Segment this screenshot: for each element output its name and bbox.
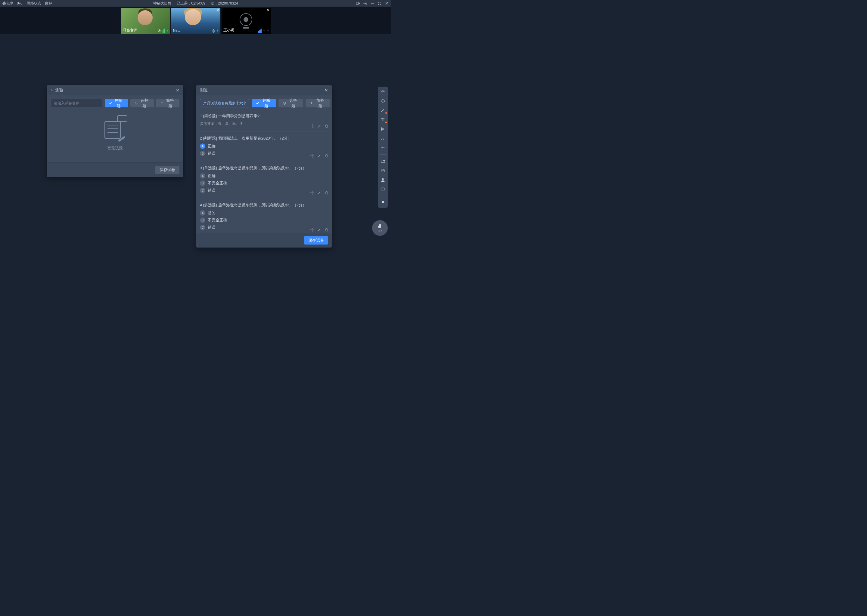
pointer-tool[interactable] xyxy=(380,89,386,94)
add-short-button[interactable]: 简答题 xyxy=(156,99,180,107)
hand-icon xyxy=(377,223,383,229)
judge-icon xyxy=(109,101,112,105)
option-text: 不完全正确 xyxy=(208,181,227,186)
empty-illustration-icon xyxy=(101,115,129,141)
svg-rect-5 xyxy=(167,30,168,31)
question-option[interactable]: A正确 xyxy=(200,173,330,179)
question-option[interactable]: B不完全正确 xyxy=(200,217,330,223)
close-button[interactable]: ✕ xyxy=(176,88,180,93)
save-quiz-button[interactable]: 保存试卷 xyxy=(155,166,180,174)
delete-icon[interactable] xyxy=(325,228,329,232)
record-icon[interactable] xyxy=(356,1,360,5)
close-icon[interactable]: ✕ xyxy=(267,8,270,13)
id-label: ID： xyxy=(211,1,218,5)
question-title: 4 [多选题] 施华洛世奇是反华品牌，所以梁鼎琪反华。（2分） xyxy=(200,203,330,208)
move-icon[interactable] xyxy=(310,228,314,232)
move-icon[interactable] xyxy=(310,154,314,158)
duration-label: 已上课： xyxy=(177,1,191,5)
question-title: 2 [判断题] 我国宪法上一次更新是在2020年。（2分） xyxy=(200,136,330,141)
save-quiz-button[interactable]: 保存试卷 xyxy=(304,236,328,245)
option-badge: B xyxy=(200,151,205,156)
svg-rect-8 xyxy=(217,30,218,31)
empty-state: 暂无试题 xyxy=(50,115,180,151)
add-judge-button[interactable]: 判断题 xyxy=(252,99,276,107)
mic-icon xyxy=(166,28,169,33)
panel-title: 测验 xyxy=(55,88,63,93)
chat-tool[interactable] xyxy=(380,187,386,192)
question-option[interactable]: A正确 xyxy=(200,143,330,149)
option-text: 错误 xyxy=(208,225,216,230)
video-tile-student-2[interactable]: ✕ 王小明 xyxy=(222,8,271,34)
hand-raise-badge[interactable]: 0/2 xyxy=(372,220,388,236)
move-tool[interactable] xyxy=(380,98,386,104)
duration-value: 02:34:09 xyxy=(191,1,205,5)
video-tile-student-1[interactable]: ✕ Nina xyxy=(171,8,221,34)
mic-icon xyxy=(216,28,219,33)
question-item: 4 [多选题] 施华洛世奇是反华品牌，所以梁鼎琪反华。（2分）A是的B不完全正确… xyxy=(200,198,330,233)
minimize-icon[interactable] xyxy=(370,1,375,5)
close-icon[interactable] xyxy=(385,1,389,5)
option-badge: A xyxy=(200,173,205,179)
svg-rect-10 xyxy=(267,30,268,31)
laser-tool[interactable] xyxy=(380,145,386,150)
close-button[interactable]: ✕ xyxy=(325,88,328,93)
video-name: 王小明 xyxy=(223,28,234,33)
pen-tool[interactable] xyxy=(380,108,386,113)
svg-point-15 xyxy=(382,147,383,148)
text-icon xyxy=(310,101,313,105)
edit-icon[interactable] xyxy=(317,154,322,158)
edit-icon[interactable] xyxy=(317,191,322,195)
fullscreen-icon[interactable] xyxy=(377,1,382,5)
user-tool[interactable] xyxy=(380,177,386,182)
text-icon xyxy=(161,101,164,105)
quiz-name-input[interactable] xyxy=(50,99,102,107)
delete-icon[interactable] xyxy=(325,124,329,128)
add-judge-button[interactable]: 判断题 xyxy=(105,99,128,107)
move-icon[interactable] xyxy=(310,191,314,195)
toolbox-tool[interactable] xyxy=(380,168,386,173)
edit-icon[interactable] xyxy=(317,228,322,232)
eraser-tool[interactable] xyxy=(380,136,386,141)
folder-tool[interactable] xyxy=(380,159,386,164)
option-badge: B xyxy=(200,181,205,186)
mic-icon xyxy=(266,28,270,33)
add-short-button[interactable]: 简答题 xyxy=(306,99,330,107)
scissors-tool[interactable] xyxy=(380,126,386,132)
delete-icon[interactable] xyxy=(325,191,329,195)
back-button[interactable] xyxy=(50,88,54,92)
settings-icon[interactable] xyxy=(363,1,367,5)
judge-icon xyxy=(256,101,259,105)
quiz-panel-empty: 测验 ✕ 判断题 选择题 简答题 暂无试题 xyxy=(47,85,183,177)
choice-icon xyxy=(134,101,137,105)
svg-point-1 xyxy=(364,3,366,4)
question-option[interactable]: A是的 xyxy=(200,210,330,216)
quiz-name-input[interactable] xyxy=(200,99,249,107)
bell-tool[interactable] xyxy=(380,200,386,206)
question-title: 1 [简答题] 一年四季分别是哪四季? xyxy=(200,113,330,119)
add-choice-button[interactable]: 选择题 xyxy=(130,99,153,107)
mic-muted-icon xyxy=(263,28,265,33)
question-option[interactable]: B不完全正确 xyxy=(200,181,330,186)
chevron-left-icon xyxy=(50,88,54,91)
option-text: 正确 xyxy=(208,143,216,149)
video-name: 叮当老师 xyxy=(123,28,137,33)
svg-point-20 xyxy=(383,189,383,189)
question-title: 3 [单选题] 施华洛世奇是反华品牌，所以梁鼎琪反华。（2分） xyxy=(200,165,330,171)
close-icon[interactable]: ✕ xyxy=(216,8,219,13)
hand-count: 0/2 xyxy=(378,229,382,233)
video-name: Nina xyxy=(173,28,181,33)
net-value: 良好 xyxy=(45,1,52,5)
delete-icon[interactable] xyxy=(325,154,329,158)
add-choice-button[interactable]: 选择题 xyxy=(279,99,303,107)
svg-rect-0 xyxy=(356,2,359,5)
option-badge: C xyxy=(200,225,205,230)
text-tool[interactable]: T xyxy=(380,117,386,123)
option-text: 是的 xyxy=(208,210,216,216)
move-icon[interactable] xyxy=(310,124,314,128)
net-label: 网络状态： xyxy=(27,1,45,5)
video-tile-teacher[interactable]: 叮当老师 xyxy=(121,8,170,34)
svg-point-17 xyxy=(382,178,383,180)
camera-icon xyxy=(212,29,215,33)
svg-point-7 xyxy=(213,31,214,31)
edit-icon[interactable] xyxy=(317,124,322,128)
